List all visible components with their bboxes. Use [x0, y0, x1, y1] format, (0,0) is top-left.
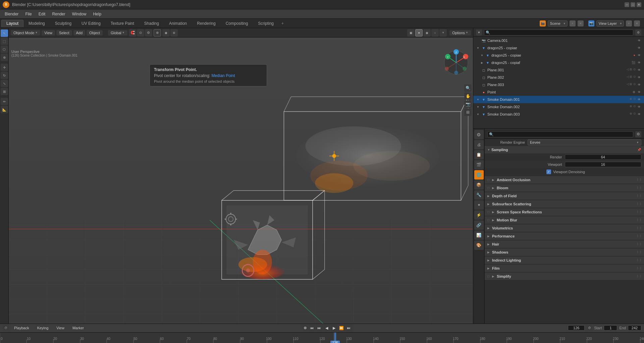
tab-texture-paint[interactable]: Texture Paint	[106, 20, 139, 27]
prop-tab-material[interactable]: 🎨	[474, 241, 484, 250]
outliner-item-plane002[interactable]: ◻ Plane.002 ◁ ⊞ ⊙ 👁	[473, 74, 644, 81]
visibility-toggle[interactable]: 👁	[637, 53, 641, 58]
annotate-button[interactable]: ✏	[1, 98, 8, 105]
prop-tab-particles[interactable]: ✦	[474, 200, 484, 210]
options-button[interactable]: Options ▼	[449, 30, 471, 36]
prop-tab-object-constraints[interactable]: 🔗	[474, 220, 484, 230]
snap-settings[interactable]: ⚙	[145, 29, 152, 37]
tree-arrow[interactable]	[480, 61, 484, 65]
il-pin-icon[interactable]: ⋮⋮	[637, 258, 641, 263]
tree-arrow[interactable]	[480, 53, 484, 57]
perf-pin-icon[interactable]: ⋮⋮	[637, 234, 641, 238]
visibility-toggle[interactable]: 👁	[637, 46, 641, 50]
viewlayer-add-button[interactable]: +	[626, 20, 632, 26]
close-button[interactable]: ✕	[637, 2, 641, 7]
viewport-denoising-checkbox[interactable]: ✓	[546, 169, 551, 174]
minimize-button[interactable]: ─	[625, 2, 629, 7]
dof-pin-icon[interactable]: ⋮⋮	[637, 194, 641, 198]
simplify-pin-icon[interactable]: ⋮⋮	[637, 274, 641, 279]
outliner-item-plane003[interactable]: ◻ Plane.003 ◁ ⊞ ⊙ 👁	[473, 81, 644, 88]
tab-uv-editing[interactable]: UV Editing	[76, 20, 106, 27]
visibility-toggle[interactable]: 👁	[637, 105, 641, 109]
timeline-playback-menu[interactable]: Playback	[11, 326, 32, 330]
rendered-shading[interactable]: ○	[431, 29, 439, 37]
depth-of-field-header[interactable]: ▶ Depth of Field ⋮⋮	[485, 192, 644, 200]
tree-arrow[interactable]	[476, 46, 480, 50]
sss-pin-icon[interactable]: ⋮⋮	[637, 202, 641, 206]
transform-selector[interactable]: Global ▼	[108, 30, 127, 36]
mb-pin-icon[interactable]: ⋮⋮	[637, 218, 641, 222]
hair-pin-icon[interactable]: ⋮⋮	[637, 242, 641, 247]
outliner-item-point[interactable]: ● Point ⚙ 👁	[473, 88, 644, 96]
tree-arrow[interactable]	[476, 112, 480, 116]
cursor-tool-button[interactable]: ⊕	[1, 54, 8, 61]
record-button[interactable]	[303, 325, 308, 331]
tab-shading[interactable]: Shading	[139, 20, 164, 27]
bloom-header[interactable]: □ ▶ Bloom ⋮⋮	[485, 184, 644, 192]
add-menu[interactable]: Add	[73, 30, 86, 36]
render-engine-selector[interactable]: Eevee ▼	[528, 139, 641, 145]
next-frame-button[interactable]: ⏩	[338, 325, 345, 331]
object-menu[interactable]: Object	[87, 30, 103, 36]
gizmo-toggle[interactable]: ⊕	[170, 29, 178, 37]
playback-settings-button[interactable]: ⏱	[587, 325, 592, 331]
visibility-toggle[interactable]: 👁	[637, 68, 641, 72]
move-tool-button[interactable]: ✛	[1, 64, 8, 71]
visibility-toggle[interactable]: 👁	[637, 97, 641, 102]
menu-edit[interactable]: Edit	[35, 11, 49, 17]
timeline-mode-selector[interactable]: ⏱	[3, 325, 9, 331]
motion-blur-header[interactable]: □ ▶ Motion Blur ⋮⋮	[485, 216, 644, 224]
proportional-edit[interactable]: ⊙	[137, 29, 144, 37]
solid-shading[interactable]: ●	[415, 29, 423, 37]
scale-tool-button[interactable]: ⤡	[1, 80, 8, 87]
menu-blender[interactable]: Blender	[1, 11, 22, 17]
film-header[interactable]: ▶ Film ⋮⋮	[485, 265, 644, 272]
outliner-item-dragon25-copiae[interactable]: ▼ dragon25 - copiae 👁	[473, 44, 644, 52]
camera-view-button[interactable]: 📷	[464, 100, 472, 108]
current-frame-input[interactable]	[568, 325, 585, 331]
tab-modeling[interactable]: Modeling	[23, 20, 50, 27]
prop-filter-icon[interactable]: ⚙	[635, 131, 641, 137]
end-frame-input[interactable]	[628, 325, 641, 331]
snap-toggle[interactable]: 🧲	[129, 29, 136, 37]
tree-arrow[interactable]	[476, 105, 480, 109]
transform-tool-button[interactable]: ⊞	[1, 88, 8, 95]
outliner-item-dragon25-copiaf[interactable]: ▼ dragon25 - copiaf ⬛ 👁	[473, 59, 644, 66]
wireframe-shading[interactable]: ▣	[407, 29, 415, 37]
outliner-search-input[interactable]	[484, 29, 633, 36]
outliner-item-dragon25-copiae-sub[interactable]: ▼ dragon25 - copiae ● 👁	[473, 52, 644, 59]
viewlayer-selector[interactable]: View Layer ▼	[596, 20, 624, 26]
prop-tab-view-layer[interactable]: 📋	[474, 150, 484, 159]
ao-pin-icon[interactable]: ⋮⋮	[637, 178, 641, 182]
volumetrics-header[interactable]: ▶ Volumetrics ⋮⋮	[485, 224, 644, 232]
prop-tab-data[interactable]: 📊	[474, 230, 484, 240]
box-select-button[interactable]: ⬚	[1, 38, 8, 45]
timeline-marker-menu[interactable]: Marker	[70, 326, 87, 330]
visibility-toggle[interactable]: 👁	[637, 38, 641, 43]
outliner-filter-button[interactable]: ▼	[476, 29, 482, 36]
scene-add-button[interactable]: +	[570, 20, 576, 26]
outliner-item-camera[interactable]: 📷 Camera.001 👁	[473, 37, 644, 44]
bloom-pin-icon[interactable]: ⋮⋮	[637, 186, 641, 190]
maximize-button[interactable]: □	[631, 2, 635, 7]
jump-to-prev-key-button[interactable]: ⏭	[316, 325, 323, 331]
start-frame-input[interactable]	[604, 325, 617, 331]
grid-button[interactable]: ⊞	[464, 109, 472, 116]
menu-window[interactable]: Window	[69, 11, 90, 17]
select-tool-button[interactable]: ↖	[1, 29, 8, 37]
tree-arrow[interactable]	[476, 97, 480, 101]
hair-header[interactable]: ▶ Hair ⋮⋮	[485, 241, 644, 248]
outliner-item-smoke-domain-002[interactable]: ▼ Smoke Domain.002 ⊕ ⊙ 👁	[473, 103, 644, 111]
tab-rendering[interactable]: Rendering	[192, 20, 220, 27]
tab-layout[interactable]: Layout	[1, 20, 23, 27]
timeline-keying-menu[interactable]: Keying	[35, 326, 51, 330]
prop-tab-object[interactable]: 📦	[474, 180, 484, 190]
screen-space-reflections-header[interactable]: □ ▶ Screen Space Reflections ⋮⋮	[485, 208, 644, 216]
visibility-toggle[interactable]: 👁	[637, 112, 641, 117]
visibility-toggle[interactable]: 👁	[637, 75, 641, 80]
visibility-toggle[interactable]: 👁	[637, 90, 641, 94]
rotate-tool-button[interactable]: ↻	[1, 72, 8, 79]
select-menu[interactable]: Select	[56, 30, 72, 36]
render-value[interactable]: 64	[565, 154, 642, 160]
outliner-item-plane001[interactable]: ◻ Plane.001 ◁ ⊞ ⊙ 👁	[473, 66, 644, 74]
